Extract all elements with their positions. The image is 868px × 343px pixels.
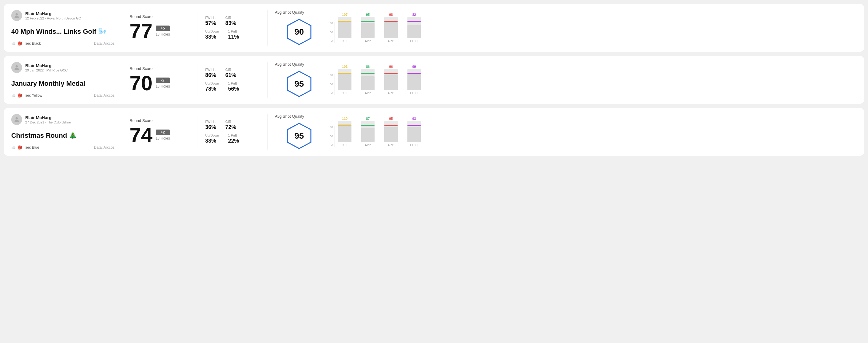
- stat-up-down: Up/Down33%: [205, 133, 219, 144]
- bar-line-ott: [338, 73, 351, 74]
- user-meta: Blair McHarg27 Dec 2021 · The Oxfordshir…: [25, 115, 71, 124]
- chart-section: 100500101OTT86APP96ARG99PUTT: [323, 62, 857, 98]
- bar-fill-putt: [407, 74, 421, 90]
- chart-xlabel-ott: OTT: [342, 144, 348, 147]
- stats-row-1: FW Hit57%GIR83%: [205, 16, 260, 27]
- bar-line-ott: [338, 21, 351, 22]
- tee-label: Tee: Blue: [24, 145, 39, 150]
- svg-point-4: [16, 117, 18, 120]
- tee-info: ☁️ 🎒 Tee: Black: [11, 41, 41, 45]
- hexagon-container: 90: [275, 18, 323, 45]
- chart-axis: 100500: [328, 73, 333, 95]
- round-title: Christmas Round 🎄: [11, 132, 115, 139]
- weather-icon: ☁️: [11, 41, 16, 45]
- quality-section: Avg Shot Quality 90: [275, 10, 323, 45]
- bar-fill-ott: [338, 21, 351, 38]
- round-card-card2: Blair McHarg29 Jan 2022 · Mill Ride GCCJ…: [4, 56, 864, 104]
- score-badge: -2: [156, 77, 170, 83]
- card-left-section: Blair McHarg12 Feb 2022 · Royal North De…: [11, 10, 115, 45]
- chart-xlabel-ott: OTT: [342, 92, 348, 95]
- stat-value-one-putt: 11%: [228, 34, 239, 40]
- stat-label-gir: GIR: [225, 120, 236, 123]
- chart-val-ott: 101: [342, 65, 347, 68]
- bar-fill-app: [361, 128, 375, 142]
- score-badge: +5: [156, 26, 170, 31]
- chart-xlabel-arg: ARG: [388, 144, 394, 147]
- bar-fill-ott: [338, 74, 351, 90]
- quality-label: Avg Shot Quality: [275, 114, 304, 119]
- stats-section: FW Hit86%GIR61%Up/Down78%1 Putt56%: [205, 62, 260, 98]
- chart-bar-app: 86APP: [359, 65, 377, 95]
- bar-wrapper-arg: [384, 121, 398, 142]
- chart-xlabel-putt: PUTT: [410, 39, 418, 43]
- stat-label-fw-hit: FW Hit: [205, 16, 216, 20]
- axis-100: 100: [328, 22, 333, 25]
- stat-fw-hit: FW Hit86%: [205, 68, 216, 79]
- tee-label: Tee: Yellow: [24, 93, 42, 98]
- chart-val-app: 86: [366, 65, 370, 68]
- stat-label-fw-hit: FW Hit: [205, 120, 216, 123]
- score-row: 74+218 Holes: [129, 125, 190, 145]
- data-source: Data: Arccos: [94, 93, 115, 98]
- chart-val-ott: 110: [342, 117, 347, 120]
- stat-value-one-putt: 22%: [228, 138, 239, 144]
- chart-section: 100500107OTT95APP98ARG82PUTT: [323, 10, 857, 45]
- stat-label-gir: GIR: [225, 16, 236, 20]
- hexagon-container: 95: [275, 70, 323, 98]
- score-label: Round Score: [129, 14, 190, 19]
- divider-2: [197, 10, 198, 45]
- bar-fill-arg: [384, 74, 398, 90]
- round-card-card1: Blair McHarg12 Feb 2022 · Royal North De…: [4, 4, 864, 52]
- quality-value: 90: [294, 27, 304, 37]
- stat-value-fw-hit: 86%: [205, 72, 216, 79]
- chart-bar-app: 95APP: [359, 13, 377, 43]
- bar-fill-app: [361, 76, 375, 90]
- chart-bar-ott: 107OTT: [336, 13, 354, 43]
- divider-2: [197, 114, 198, 150]
- axis-50: 50: [330, 83, 333, 86]
- axis-100: 100: [328, 73, 333, 76]
- stat-label-one-putt: 1 Putt: [228, 133, 239, 137]
- bar-line-putt: [407, 73, 421, 74]
- stat-one-putt: 1 Putt11%: [228, 30, 239, 40]
- axis-line: [334, 22, 335, 43]
- quality-value: 95: [294, 79, 304, 89]
- chart-bar-putt: 93PUTT: [405, 117, 423, 147]
- user-meta: Blair McHarg12 Feb 2022 · Royal North De…: [25, 11, 81, 20]
- stat-gir: GIR61%: [225, 68, 236, 79]
- chart-bars: 107OTT95APP98ARG82PUTT: [336, 13, 423, 43]
- score-label: Round Score: [129, 66, 190, 71]
- bar-wrapper-app: [361, 17, 375, 38]
- stat-up-down: Up/Down78%: [205, 82, 219, 92]
- user-name: Blair McHarg: [25, 115, 71, 120]
- stat-value-gir: 72%: [225, 124, 236, 130]
- bar-wrapper-arg: [384, 69, 398, 90]
- stats-row-2: Up/Down78%1 Putt56%: [205, 82, 260, 92]
- chart-val-app: 95: [366, 13, 370, 17]
- round-title: 40 Mph Winds... Links Golf 🌬️: [11, 28, 115, 36]
- stat-fw-hit: FW Hit57%: [205, 16, 216, 27]
- bar-fill-ott: [338, 124, 351, 142]
- axis-50: 50: [330, 135, 333, 138]
- axis-0: 0: [331, 92, 333, 95]
- bar-line-app: [361, 73, 375, 74]
- axis-50: 50: [330, 31, 333, 34]
- score-badge: +2: [156, 129, 170, 135]
- avatar: [11, 10, 22, 21]
- bar-line-arg: [384, 73, 398, 74]
- chart-val-putt: 82: [412, 13, 416, 17]
- chart-row-wrapper: 100500107OTT95APP98ARG82PUTT: [328, 13, 857, 43]
- stats-row-2: Up/Down33%1 Putt22%: [205, 133, 260, 144]
- score-number: 77: [129, 21, 153, 41]
- axis-100: 100: [328, 126, 333, 129]
- stat-label-up-down: Up/Down: [205, 133, 219, 137]
- chart-xlabel-arg: ARG: [388, 39, 394, 43]
- user-date: 27 Dec 2021 · The Oxfordshire: [25, 120, 71, 124]
- quality-label: Avg Shot Quality: [275, 62, 304, 67]
- chart-axis: 100500: [328, 126, 333, 147]
- data-source: Data: Arccos: [94, 41, 115, 45]
- stat-up-down: Up/Down33%: [205, 30, 219, 40]
- stats-section: FW Hit57%GIR83%Up/Down33%1 Putt11%: [205, 10, 260, 45]
- bar-fill-arg: [384, 22, 398, 38]
- score-number: 74: [129, 125, 153, 145]
